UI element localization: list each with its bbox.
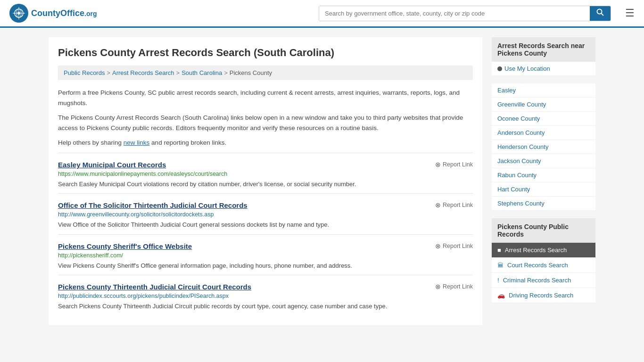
nearby-link-6[interactable]: Rabun County (497, 172, 537, 179)
record-label-0: Arrest Records Search (505, 247, 567, 254)
search-input[interactable] (319, 6, 590, 21)
nearby-link-item[interactable]: Rabun County (492, 168, 595, 182)
result-item: Pickens County Sheriff's Office Website … (58, 234, 473, 275)
breadcrumb-arrest-records[interactable]: Arrest Records Search (112, 69, 174, 76)
record-label-2: Criminal Records Search (503, 277, 571, 284)
header: CountyOffice.org ☰ (0, 0, 644, 28)
nearby-list: Use My Location (492, 62, 595, 76)
result-url-0[interactable]: https://www.municipalonlinepayments.com/… (58, 171, 473, 177)
result-url-3[interactable]: http://publicindex.sccourts.org/pickens/… (58, 293, 473, 299)
public-records-list: ■ Arrest Records Search 🏛 Court Records … (492, 243, 595, 303)
results-list: Easley Municipal Court Records ⊗ Report … (58, 153, 473, 316)
search-bar (319, 6, 611, 21)
svg-point-5 (17, 12, 20, 15)
nearby-link-3[interactable]: Anderson County (497, 129, 545, 136)
result-title-3[interactable]: Pickens County Thirteenth Judicial Circu… (58, 283, 251, 291)
nearby-link-item[interactable]: Anderson County (492, 126, 595, 140)
report-link-3[interactable]: ⊗ Report Link (435, 283, 473, 290)
report-icon-0: ⊗ (435, 161, 441, 168)
report-link-2[interactable]: ⊗ Report Link (435, 242, 473, 250)
nearby-link-0[interactable]: Easley (497, 87, 516, 94)
public-record-link-1[interactable]: 🏛 Court Records Search (492, 258, 595, 272)
breadcrumb-south-carolina[interactable]: South Carolina (182, 69, 222, 76)
hamburger-menu[interactable]: ☰ (625, 7, 635, 19)
nearby-link-1[interactable]: Greenville County (497, 101, 546, 108)
nearby-link-4[interactable]: Henderson County (497, 143, 548, 150)
main-wrapper: Pickens County Arrest Records Search (So… (39, 28, 605, 335)
result-desc-3: Search Pickens County Thirteenth Judicia… (58, 302, 473, 311)
breadcrumb-current: Pickens County (230, 69, 272, 76)
report-link-1[interactable]: ⊗ Report Link (435, 201, 473, 209)
public-record-item[interactable]: ! Criminal Records Search (492, 273, 595, 288)
nearby-link-item[interactable]: Easley (492, 83, 595, 98)
record-icon-2: ! (497, 277, 499, 284)
nearby-link-item[interactable]: Oconee County (492, 112, 595, 126)
nearby-link-5[interactable]: Jackson County (497, 157, 541, 165)
svg-point-6 (597, 9, 602, 14)
result-item: Easley Municipal Court Records ⊗ Report … (58, 153, 473, 194)
record-label-1: Court Records Search (507, 262, 568, 269)
nearby-link-item[interactable]: Hart County (492, 182, 595, 197)
nearby-links-list: EasleyGreenville CountyOconee CountyAnde… (492, 83, 595, 211)
public-record-link-3[interactable]: 🚗 Driving Records Search (492, 288, 595, 303)
svg-line-7 (602, 14, 604, 16)
content-area: Pickens County Arrest Records Search (So… (49, 37, 482, 325)
public-record-link-0[interactable]: ■ Arrest Records Search (492, 243, 595, 257)
result-desc-1: View Office of the Solicitor Thirteenth … (58, 220, 473, 230)
nearby-link-7[interactable]: Hart County (497, 186, 530, 193)
logo-text: CountyOffice.org (31, 8, 97, 18)
report-icon-2: ⊗ (435, 242, 441, 250)
result-title-2[interactable]: Pickens County Sheriff's Office Website (58, 242, 192, 250)
new-links-link[interactable]: new links (124, 139, 150, 146)
record-label-3: Driving Records Search (509, 292, 573, 299)
record-icon-0: ■ (497, 247, 501, 254)
description-3: Help others by sharing new links and rep… (58, 138, 473, 148)
nearby-link-8[interactable]: Stephens County (497, 200, 545, 207)
description-2: The Pickens County Arrest Records Search… (58, 113, 473, 133)
report-icon-3: ⊗ (435, 283, 441, 290)
result-item: Pickens County Thirteenth Judicial Circu… (58, 275, 473, 316)
use-location-link[interactable]: Use My Location (504, 65, 550, 72)
public-records-title: Pickens County Public Records (492, 218, 595, 243)
result-desc-2: View Pickens County Sheriff's Office gen… (58, 261, 473, 271)
result-item: Office of The Solicitor Thirteenth Judic… (58, 193, 473, 234)
nearby-links-section: EasleyGreenville CountyOconee CountyAnde… (492, 83, 595, 211)
page-title: Pickens County Arrest Records Search (So… (58, 47, 473, 59)
search-button[interactable] (590, 6, 611, 21)
result-title-1[interactable]: Office of The Solicitor Thirteenth Judic… (58, 201, 248, 209)
nearby-link-item[interactable]: Jackson County (492, 154, 595, 168)
logo[interactable]: CountyOffice.org (9, 4, 97, 23)
nearby-section: Arrest Records Search near Pickens Count… (492, 37, 595, 76)
use-location-item[interactable]: Use My Location (492, 62, 595, 76)
sidebar: Arrest Records Search near Pickens Count… (492, 37, 595, 325)
result-url-1[interactable]: http://www.greenvillecounty.org/solicito… (58, 211, 473, 218)
logo-icon (9, 4, 28, 23)
nearby-link-item[interactable]: Greenville County (492, 98, 595, 112)
public-records-section: Pickens County Public Records ■ Arrest R… (492, 218, 595, 303)
nearby-link-2[interactable]: Oconee County (497, 115, 540, 122)
result-desc-0: Search Easley Municipal Court violations… (58, 180, 473, 189)
report-icon-1: ⊗ (435, 201, 441, 209)
public-record-item[interactable]: 🚗 Driving Records Search (492, 288, 595, 303)
report-link-0[interactable]: ⊗ Report Link (435, 161, 473, 168)
result-url-2[interactable]: http://pickenssheriff.com/ (58, 252, 473, 259)
breadcrumb: Public Records > Arrest Records Search >… (58, 66, 473, 80)
public-record-item[interactable]: ■ Arrest Records Search (492, 243, 595, 258)
record-icon-1: 🏛 (497, 262, 504, 269)
result-title-0[interactable]: Easley Municipal Court Records (58, 161, 166, 169)
public-record-link-2[interactable]: ! Criminal Records Search (492, 273, 595, 288)
record-icon-3: 🚗 (497, 292, 505, 299)
public-record-item[interactable]: 🏛 Court Records Search (492, 258, 595, 273)
nearby-title: Arrest Records Search near Pickens Count… (492, 37, 595, 62)
nearby-link-item[interactable]: Stephens County (492, 197, 595, 211)
breadcrumb-public-records[interactable]: Public Records (64, 69, 105, 76)
nearby-link-item[interactable]: Henderson County (492, 140, 595, 154)
location-dot-icon (497, 66, 502, 71)
description-1: Perform a free Pickens County, SC public… (58, 88, 473, 108)
